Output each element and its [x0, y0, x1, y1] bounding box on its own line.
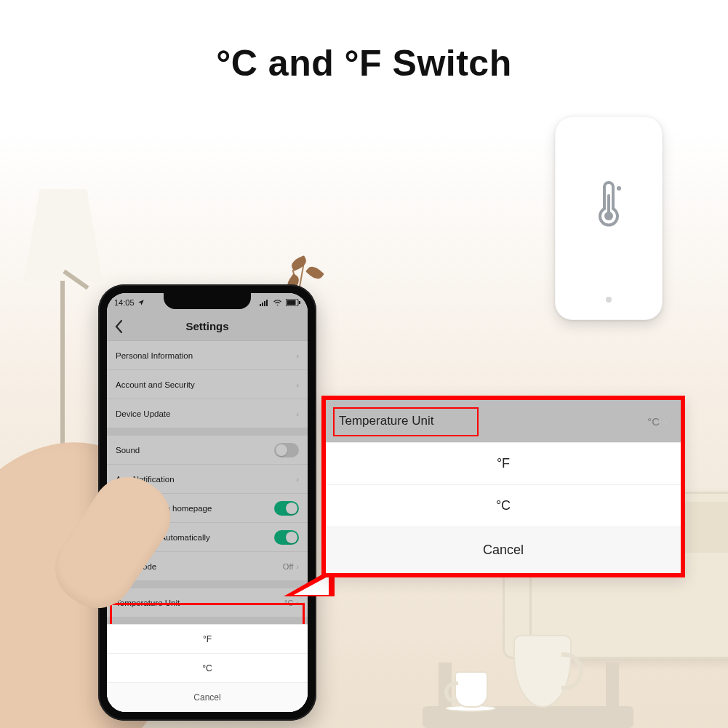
thermometer-icon [587, 181, 631, 231]
page-headline: °C and °F Switch [0, 42, 728, 84]
unit-action-sheet: °F °C Cancel [107, 624, 308, 712]
callout-option-fahrenheit[interactable]: °F [326, 442, 681, 484]
temperature-sensor-device [555, 116, 663, 320]
callout-cancel-button[interactable]: Cancel [326, 527, 681, 573]
option-fahrenheit[interactable]: °F [107, 625, 308, 654]
svg-point-2 [617, 186, 621, 191]
callout-highlight-box [333, 407, 479, 436]
option-celsius[interactable]: °C [107, 654, 308, 683]
callout-panel: Temperature Unit °C› °F °C Cancel [321, 396, 685, 577]
cancel-button[interactable]: Cancel [107, 683, 308, 712]
phone-notch [164, 293, 251, 309]
callout-row-value: °C [647, 415, 660, 428]
chevron-right-icon: › [664, 415, 668, 428]
callout-option-celsius[interactable]: °C [326, 484, 681, 527]
